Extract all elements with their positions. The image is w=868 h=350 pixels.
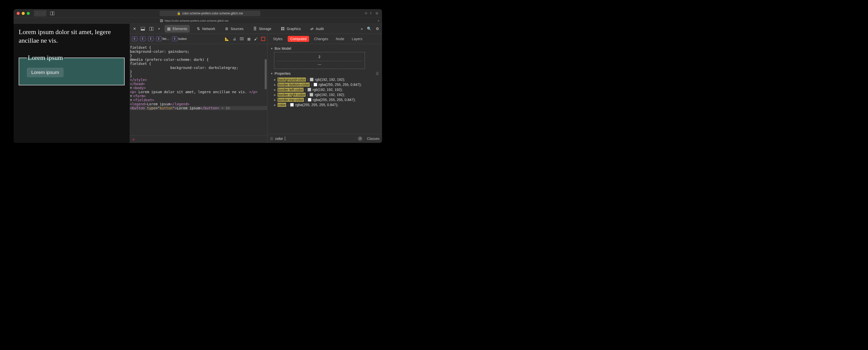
devtools-tabbar: ✕ ⌖ ▦ Elements ⇅ Network 🗎 Sources 🗄 (130, 24, 382, 34)
page-paragraph: Lorem ipsum dolor sit amet, legere ancil… (19, 28, 125, 45)
device-icon[interactable]: ⌧ (240, 37, 244, 41)
overflow-button[interactable]: » (361, 27, 363, 31)
tab-label: Elements (173, 27, 187, 31)
new-tab-button[interactable]: + (377, 19, 379, 23)
disclosure-triangle-icon: ▶ (274, 83, 276, 86)
highlight-toggle-button[interactable] (261, 37, 265, 41)
clear-filter-button[interactable]: ✕ (358, 136, 362, 141)
breadcrumb-chip[interactable]: E (172, 36, 177, 41)
property-value: rgb(192, 192, 192); (315, 78, 345, 82)
grid-icon[interactable]: ▦ (247, 37, 251, 41)
print-icon[interactable]: 🖨 (232, 37, 236, 41)
address-text: color-scheme-prefers-color-scheme.glitch… (182, 11, 243, 15)
computed-property-row[interactable]: ▶color: rgba(255, 255, 255, 0.847); (271, 102, 379, 107)
box-model-diagram[interactable]: 2 — (274, 52, 365, 69)
classes-button[interactable]: Classes (367, 137, 379, 141)
tab-computed[interactable]: Computed (288, 36, 309, 42)
paint-icon[interactable]: 🖌 (254, 37, 258, 41)
tab-elements[interactable]: ▦ Elements (164, 25, 190, 33)
reload-button[interactable]: ⟳ (365, 11, 367, 15)
dock-bottom-button[interactable] (141, 27, 145, 31)
color-swatch[interactable] (310, 93, 313, 96)
property-value: rgb(192, 192, 192); (315, 93, 345, 97)
computed-property-row[interactable]: ▶border-top-color: rgba(255, 255, 255, 0… (271, 97, 379, 102)
right-tabs: Styles Computed Changes Node Layers (268, 34, 382, 44)
filter-icon[interactable]: ☰ (376, 71, 379, 76)
back-button[interactable]: ‹ (34, 11, 40, 16)
color-swatch[interactable] (310, 78, 313, 81)
scrollbar-thumb[interactable] (265, 59, 267, 89)
graphics-icon: 🖼 (281, 27, 285, 31)
computed-property-row[interactable]: ▶border-right-color: rgb(192, 192, 192); (271, 92, 379, 97)
tab-label: Storage (259, 27, 271, 31)
fullscreen-window-button[interactable] (27, 12, 30, 15)
share-button[interactable]: ⇪ (369, 11, 372, 16)
text-cursor (285, 137, 285, 141)
elements-icon: ▦ (167, 27, 170, 31)
tab-storage[interactable]: 🗄 Storage (251, 25, 274, 32)
disclosure-triangle-icon: ▶ (274, 98, 276, 101)
color-swatch[interactable] (290, 103, 294, 107)
computed-body: ▼ Box Model 2 — ▼ Properties ☰ ▶backg (268, 44, 382, 134)
tab-audit[interactable]: ⇄ Audit (308, 25, 326, 33)
tab-layers[interactable]: Layers (349, 36, 365, 42)
breadcrumb-chip[interactable]: E (148, 36, 153, 41)
chevron-right-icon: › (138, 37, 139, 40)
properties-heading[interactable]: ▼ Properties ☰ (271, 71, 379, 76)
breadcrumb-chip[interactable]: E (156, 36, 161, 41)
box-model-top: 2 (277, 55, 362, 59)
ruler-icon[interactable]: 📐 (225, 37, 229, 41)
filter-row: ☰ color ✕ Classes (268, 134, 382, 143)
disclosure-triangle-icon: ▼ (271, 47, 273, 50)
page-button[interactable]: Lorem ipsum (27, 68, 64, 77)
settings-icon[interactable]: ⚙ (376, 27, 379, 31)
breadcrumb-label: fiel… (162, 37, 169, 41)
target-icon[interactable]: ⌖ (158, 27, 160, 31)
property-name: border-bottom-color (278, 83, 310, 87)
tabs-button[interactable]: ⧉ (376, 11, 378, 16)
styles-sidebar: Styles Computed Changes Node Layers ▼ Bo… (268, 34, 382, 143)
property-name: border-left-color (278, 88, 304, 92)
minimize-window-button[interactable] (22, 12, 25, 15)
sidebar-toggle-button[interactable] (50, 11, 55, 16)
page-form: Lorem ipsum Lorem ipsum (19, 54, 125, 85)
tab-sources[interactable]: 🗎 Sources (222, 25, 246, 32)
box-model-heading[interactable]: ▼ Box Model (271, 47, 379, 51)
search-icon[interactable]: 🔍 (367, 27, 372, 31)
page-legend: Lorem ipsum (27, 54, 64, 62)
window-controls (17, 12, 30, 15)
close-window-button[interactable] (17, 12, 20, 15)
chevron-right-icon: › (146, 37, 147, 40)
color-swatch[interactable] (308, 98, 311, 101)
property-name: background-color (278, 78, 306, 82)
breadcrumb-chip[interactable]: E (140, 36, 145, 41)
devtools: ✕ ⌖ ▦ Elements ⇅ Network 🗎 Sources 🗄 (130, 24, 382, 143)
filter-input[interactable]: color (275, 137, 283, 141)
dock-side-button[interactable] (149, 27, 153, 31)
tab-changes[interactable]: Changes (312, 36, 331, 42)
color-swatch[interactable] (314, 83, 317, 86)
tab-favicon: C (160, 19, 163, 22)
property-name: color (278, 103, 286, 107)
disclosure-triangle-icon: ▼ (271, 72, 273, 75)
nav-arrows: ‹ › (34, 10, 46, 17)
network-icon: ⇅ (197, 27, 200, 31)
color-swatch[interactable] (308, 88, 311, 91)
console-prompt[interactable]: > (130, 135, 267, 143)
tab-label: Audit (316, 27, 324, 31)
tab-network[interactable]: ⇅ Network (194, 25, 217, 33)
dom-tree[interactable]: fieldset { background-color: gainsboro; … (130, 44, 267, 135)
breadcrumb-chip[interactable]: E (132, 36, 137, 41)
storage-icon: 🗄 (253, 27, 257, 31)
tab-styles[interactable]: Styles (271, 36, 285, 42)
close-devtools-button[interactable]: ✕ (133, 27, 136, 31)
forward-button[interactable]: › (40, 11, 46, 16)
tab-node[interactable]: Node (333, 36, 347, 42)
address-bar[interactable]: 🔒 color-scheme-prefers-color-scheme.glit… (159, 10, 260, 16)
selected-dom-node[interactable]: <button type="button">Lorem ipsum</butto… (130, 106, 267, 110)
tab-title[interactable]: https://color-scheme-prefers-color-schem… (164, 19, 228, 22)
tab-graphics[interactable]: 🖼 Graphics (278, 25, 303, 32)
computed-property-row[interactable]: ▶border-bottom-color: rgba(255, 255, 255… (271, 82, 379, 87)
computed-property-row[interactable]: ▶background-color: rgb(192, 192, 192); (271, 77, 379, 82)
computed-property-row[interactable]: ▶border-left-color: rgb(192, 192, 192); (271, 87, 379, 92)
